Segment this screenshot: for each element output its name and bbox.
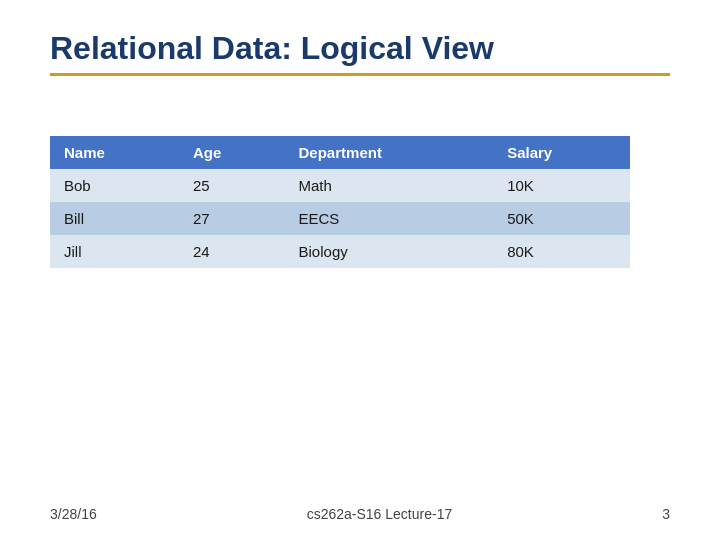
- col-header-department: Department: [285, 136, 494, 169]
- col-header-age: Age: [179, 136, 285, 169]
- title-section: Relational Data: Logical View: [50, 30, 670, 76]
- col-header-name: Name: [50, 136, 179, 169]
- title-underline: [50, 73, 670, 76]
- table-row: Bob25Math10K: [50, 169, 630, 202]
- table-row: Jill24Biology80K: [50, 235, 630, 268]
- page-title: Relational Data: Logical View: [50, 30, 670, 67]
- page-container: Relational Data: Logical View Name Age D…: [0, 0, 720, 540]
- cell-row1-col3: 50K: [493, 202, 630, 235]
- cell-row2-col1: 24: [179, 235, 285, 268]
- cell-row2-col2: Biology: [285, 235, 494, 268]
- table-header-row: Name Age Department Salary: [50, 136, 630, 169]
- footer-page-number: 3: [662, 506, 670, 522]
- cell-row2-col3: 80K: [493, 235, 630, 268]
- col-header-salary: Salary: [493, 136, 630, 169]
- table-row: Bill27EECS50K: [50, 202, 630, 235]
- cell-row0-col3: 10K: [493, 169, 630, 202]
- cell-row1-col1: 27: [179, 202, 285, 235]
- cell-row0-col1: 25: [179, 169, 285, 202]
- footer-date: 3/28/16: [50, 506, 97, 522]
- cell-row0-col0: Bob: [50, 169, 179, 202]
- cell-row1-col2: EECS: [285, 202, 494, 235]
- cell-row1-col0: Bill: [50, 202, 179, 235]
- data-table: Name Age Department Salary Bob25Math10KB…: [50, 136, 630, 268]
- cell-row0-col2: Math: [285, 169, 494, 202]
- table-wrapper: Name Age Department Salary Bob25Math10KB…: [50, 136, 630, 268]
- cell-row2-col0: Jill: [50, 235, 179, 268]
- footer: 3/28/16 cs262a-S16 Lecture-17 3: [50, 506, 670, 522]
- footer-center-text: cs262a-S16 Lecture-17: [307, 506, 453, 522]
